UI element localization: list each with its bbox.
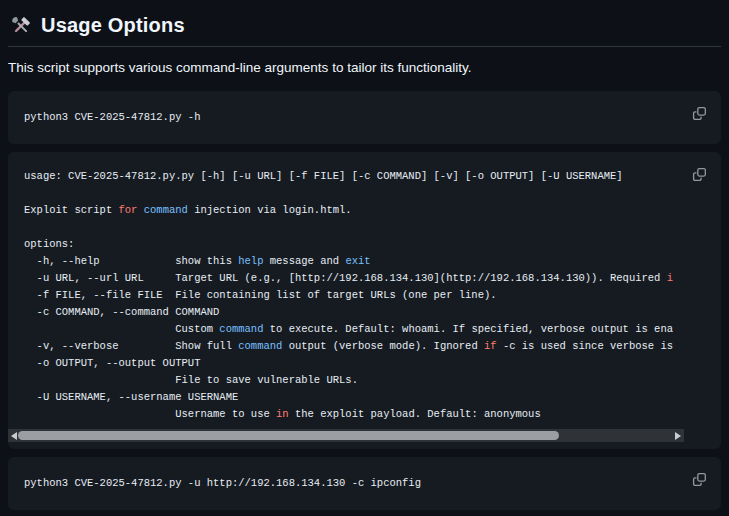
page-content: Usage Options This script supports vario… (0, 0, 729, 510)
code-block-usage-output: usage: CVE-2025-47812.py.py [-h] [-u URL… (8, 152, 721, 449)
code-text: python3 CVE-2025-47812.py -u http://192.… (24, 475, 705, 492)
scrollbar-thumb[interactable] (18, 431, 559, 440)
intro-text: This script supports various command-lin… (8, 60, 721, 75)
copy-button[interactable] (687, 101, 711, 125)
page-title: Usage Options (41, 14, 185, 37)
copy-button[interactable] (687, 467, 711, 491)
copy-button[interactable] (687, 162, 711, 186)
code-text: usage: CVE-2025-47812.py.py [-h] [-u URL… (8, 152, 721, 423)
scroll-right-arrow[interactable] (675, 432, 681, 440)
copy-icon (692, 167, 707, 182)
copy-icon (692, 106, 707, 121)
code-block-help-command: python3 CVE-2025-47812.py -h (8, 91, 721, 144)
horizontal-scrollbar[interactable] (8, 429, 684, 442)
scroll-left-arrow[interactable] (11, 432, 17, 440)
code-block-example-command: python3 CVE-2025-47812.py -u http://192.… (8, 457, 721, 510)
copy-icon (692, 472, 707, 487)
code-text: python3 CVE-2025-47812.py -h (24, 109, 705, 126)
hammer-wrench-icon (10, 15, 32, 37)
page-header: Usage Options (8, 12, 721, 47)
